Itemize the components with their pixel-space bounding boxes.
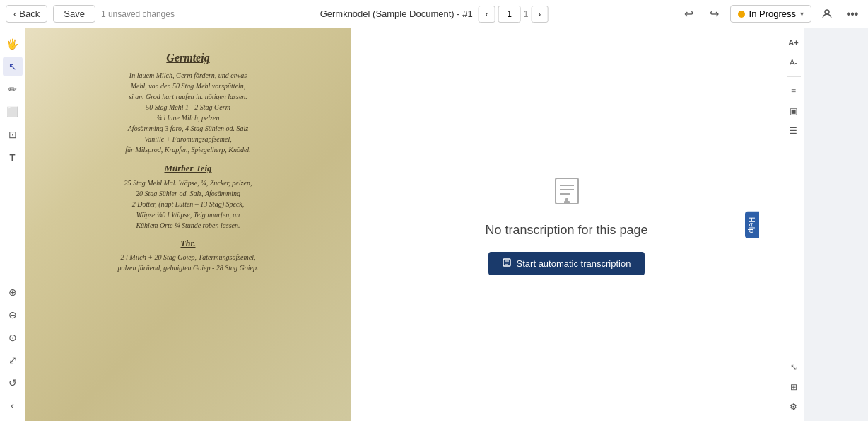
- rect-tool-button[interactable]: ⬜: [3, 102, 23, 122]
- undo-button[interactable]: ↩: [679, 4, 699, 24]
- no-transcription-label: No transcription for this page: [485, 223, 647, 238]
- status-chevron-icon: ▾: [800, 10, 804, 18]
- back-label: Back: [19, 8, 40, 19]
- text-tool-button[interactable]: T: [3, 147, 23, 167]
- left-toolbar: 🖐 ↖ ✏ ⬜ ⊡ T ⊕ ⊖ ⊙ ⤢ ↺: [0, 28, 25, 421]
- zoom-out-button[interactable]: ⊖: [3, 305, 23, 325]
- text-icon: T: [10, 152, 16, 163]
- ms-line-3: si am Grod hart raufen in. nötigen lasse…: [129, 91, 247, 102]
- font-increase-button[interactable]: A+: [785, 34, 802, 51]
- back-button[interactable]: ‹ Back: [6, 5, 47, 23]
- list-icon: ☰: [790, 126, 797, 136]
- font-increase-icon: A+: [788, 38, 798, 47]
- viewer-wrapper: Germteig In lauem Milch, Germ fördern, u…: [25, 28, 782, 421]
- zoom-in-button[interactable]: ⊕: [3, 282, 23, 302]
- font-decrease-icon: A-: [790, 58, 797, 67]
- ms-line-14: 2 l Milch + 20 Stag Goiep, Tätermungsäfs…: [121, 252, 256, 263]
- right-toolbar: A+ A- ≡ ▣ ☰ ⤡ ⊞ ⚙: [782, 28, 804, 421]
- settings-icon: ⚙: [790, 402, 797, 412]
- cursor-icon: ↖: [8, 61, 17, 72]
- page-navigation: ‹ 1 ›: [479, 6, 549, 23]
- expand-button[interactable]: ⤢: [3, 350, 23, 370]
- svg-point-0: [825, 10, 829, 14]
- grid-button[interactable]: ⊞: [785, 379, 802, 396]
- fit-view-icon: ⊙: [8, 332, 17, 343]
- page-number-input[interactable]: [498, 6, 521, 23]
- next-page-button[interactable]: ›: [531, 6, 548, 23]
- status-dot-icon: [738, 11, 745, 18]
- ms-line-10: 20 Stag Sühler od. Salz, Afosämming: [136, 188, 240, 199]
- ms-line-1: In lauem Milch, Germ fördern, und etwas: [129, 70, 247, 81]
- ms-line-15: polzen fürüend, gebnigten Goiep - 28 Sta…: [117, 263, 258, 273]
- user-icon-button[interactable]: [817, 4, 837, 24]
- zoom-in-icon: ⊕: [8, 287, 17, 298]
- start-transcription-label: Start automatic transcription: [517, 258, 631, 269]
- hand-icon: 🖐: [6, 38, 18, 50]
- crop-icon: ⊡: [8, 129, 17, 140]
- more-options-button[interactable]: •••: [843, 4, 862, 24]
- ms-line-7: Vanille + Färomungsäpfsemel,: [144, 134, 231, 144]
- user-icon: [821, 8, 833, 20]
- rotate-icon: ↺: [8, 377, 17, 388]
- transcription-panel: No transcription for this page Start aut…: [351, 28, 782, 421]
- ms-line-11: 2 Dotter, (napt Lütten – 13 Stag) Speck,: [132, 199, 245, 209]
- svg-rect-6: [565, 198, 568, 202]
- ms-line-9: 25 Stag Mehl Mal. Wäpse, ¼, Zucker, pelz…: [124, 178, 252, 188]
- prev-page-button[interactable]: ‹: [479, 6, 495, 23]
- transcription-empty-icon: [550, 174, 584, 214]
- text-align-button[interactable]: ≡: [785, 83, 802, 100]
- document-title: Germknödel (Sample Document) - #1 ‹ 1 ›: [320, 6, 549, 23]
- status-label: In Progress: [749, 8, 796, 19]
- unsaved-changes-label: 1 unsaved changes: [101, 9, 175, 19]
- text-block-icon: [550, 174, 584, 208]
- hand-tool-button[interactable]: 🖐: [3, 34, 23, 54]
- tool-separator: [6, 173, 20, 173]
- rect-icon: ⬜: [6, 106, 18, 117]
- transcribe-icon: [503, 258, 512, 267]
- transcription-icon: [503, 258, 512, 270]
- ms-line-12: Wäpse ¼0 l Wäpse, Teig nuarfen, an: [136, 209, 240, 220]
- ms-subheading-thr: Thr.: [180, 236, 195, 250]
- manuscript-text: Germteig In lauem Milch, Germ fördern, u…: [42, 48, 334, 402]
- fullscreen-icon: ⤡: [790, 362, 797, 372]
- scroll-down-button[interactable]: ‹: [3, 396, 23, 415]
- manuscript-page: Germteig In lauem Milch, Germ fördern, u…: [25, 28, 351, 421]
- pen-tool-button[interactable]: ✏: [3, 79, 23, 99]
- topbar-right: ↩ ↪ In Progress ▾ •••: [679, 4, 862, 24]
- ms-line-13: Kühlem Orte ¼ Stunde roben lassen.: [136, 220, 240, 231]
- list-view-button[interactable]: ☰: [785, 122, 802, 139]
- grid-icon: ⊞: [790, 382, 797, 392]
- cursor-tool-button[interactable]: ↖: [3, 57, 23, 76]
- ms-line-5: ¾ l laue Milch, pelzen: [157, 113, 220, 123]
- back-chevron-icon: ‹: [13, 8, 16, 19]
- fit-view-button[interactable]: ⊙: [3, 328, 23, 347]
- expand-icon: ⤢: [8, 354, 17, 366]
- status-button[interactable]: In Progress ▾: [730, 5, 811, 23]
- redo-button[interactable]: ↪: [705, 4, 725, 24]
- panel-toggle-button[interactable]: ▣: [785, 103, 802, 120]
- fullscreen-button[interactable]: ⤡: [785, 359, 802, 376]
- crop-tool-button[interactable]: ⊡: [3, 125, 23, 144]
- align-icon: ≡: [791, 86, 796, 96]
- panel-icon: ▣: [790, 106, 797, 116]
- main-layout: 🖐 ↖ ✏ ⬜ ⊡ T ⊕ ⊖ ⊙ ⤢ ↺: [0, 28, 868, 421]
- topbar: ‹ Back Save 1 unsaved changes Germknödel…: [0, 0, 868, 28]
- settings-button[interactable]: ⚙: [785, 398, 802, 415]
- right-tool-separator: [787, 76, 801, 77]
- zoom-out-icon: ⊖: [8, 309, 17, 321]
- save-button[interactable]: Save: [53, 5, 95, 23]
- chevron-down-icon: ‹: [11, 400, 14, 411]
- page-separator: 1: [524, 9, 529, 19]
- ms-line-6: Afosämming 3 faro, 4 Stag Sühlen od. Sal…: [128, 123, 248, 134]
- help-tab[interactable]: Help: [745, 211, 759, 238]
- document-title-text: Germknödel (Sample Document) - #1: [320, 8, 473, 19]
- ms-line-8: für Milsprod, Krapfen, Spiegelherp, Knöd…: [125, 144, 250, 155]
- start-transcription-button[interactable]: Start automatic transcription: [488, 252, 645, 275]
- font-decrease-button[interactable]: A-: [785, 54, 802, 71]
- ms-subheading-muerber: Mürber Teig: [164, 161, 211, 176]
- more-options-icon: •••: [847, 8, 859, 21]
- no-transcription-container: No transcription for this page Start aut…: [485, 174, 647, 275]
- rotate-button[interactable]: ↺: [3, 373, 23, 393]
- document-image-area: Germteig In lauem Milch, Germ fördern, u…: [25, 28, 351, 421]
- ms-line-2: Mehl, von den 50 Stag Mehl vorspütteln,: [131, 81, 246, 91]
